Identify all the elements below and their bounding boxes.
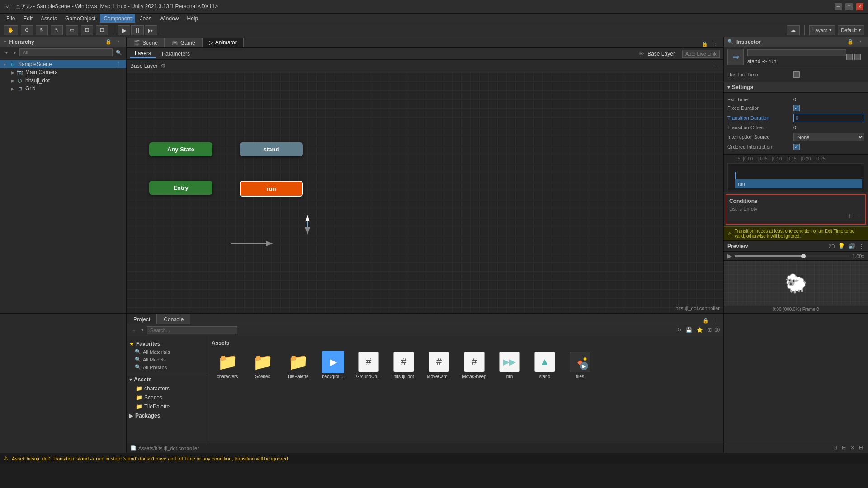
samplescene-more-button[interactable]: ⋮ <box>115 61 123 68</box>
default-dropdown[interactable]: Default ▾ <box>838 25 864 35</box>
asset-stand[interactable]: ▲ stand <box>529 349 561 381</box>
hierarchy-search-input[interactable] <box>19 48 113 56</box>
preview-handle[interactable] <box>801 254 806 258</box>
fixed-duration-checkbox[interactable]: ✓ <box>793 105 800 111</box>
project-arrow-button[interactable]: ▾ <box>140 327 145 333</box>
menu-assets[interactable]: Assets <box>37 14 61 23</box>
tree-assets-characters[interactable]: 📁 characters <box>127 384 208 393</box>
hierarchy-arrow-button[interactable]: ▾ <box>12 49 18 56</box>
animator-more-button[interactable]: ⋮ <box>712 41 720 47</box>
tab-project[interactable]: Project <box>127 314 157 324</box>
maximize-button[interactable]: □ <box>845 3 853 10</box>
toolbar-transform-tool[interactable]: ⊞ <box>81 25 93 35</box>
state-stand[interactable]: stand <box>240 142 303 156</box>
interruption-source-select[interactable]: None <box>793 133 864 141</box>
toolbar-rect-tool[interactable]: ▭ <box>66 25 78 35</box>
hierarchy-search-icon[interactable]: 🔍 <box>114 49 123 56</box>
toolbar-hand-tool[interactable]: ✋ <box>4 25 18 35</box>
inspector-minus-button[interactable]: ─ <box>861 54 864 60</box>
menu-file[interactable]: File <box>3 14 19 23</box>
toolbar-scale-tool[interactable]: ⤡ <box>51 25 63 35</box>
asset-groundch[interactable]: # GroundCh... <box>353 349 384 381</box>
pause-button[interactable]: ⏸ <box>131 25 144 35</box>
hierarchy-lock-button[interactable]: 🔒 <box>104 38 113 45</box>
preview-audio-button[interactable]: 🔊 <box>848 243 856 249</box>
remove-condition-button[interactable]: － <box>855 211 863 221</box>
toolbar-custom-tool[interactable]: ⊟ <box>96 25 108 35</box>
asset-background[interactable]: ▶ backgrou... <box>317 349 349 381</box>
menu-window[interactable]: Window <box>156 14 183 23</box>
menu-help[interactable]: Help <box>184 14 202 23</box>
favorites-header[interactable]: ★ Favorites <box>127 340 208 348</box>
menu-edit[interactable]: Edit <box>19 14 36 23</box>
project-refresh-button[interactable]: ↻ <box>676 327 683 333</box>
inspector-lock-button[interactable]: 🔒 <box>846 38 855 45</box>
preview-more-button[interactable]: ⋮ <box>859 243 864 249</box>
asset-scenes[interactable]: 📁 Scenes <box>247 349 278 381</box>
inspector-check1[interactable] <box>846 54 853 60</box>
asset-hitsuji[interactable]: # hitsuji_dot <box>388 349 420 381</box>
bottom-icon-3[interactable]: ⊠ <box>849 444 856 451</box>
fav-all-prefabs[interactable]: 🔍 All Prefabs <box>127 363 208 371</box>
transition-duration-input[interactable] <box>793 114 864 122</box>
project-save-button[interactable]: 💾 <box>684 327 693 333</box>
toolbar-move-tool[interactable]: ⊕ <box>21 25 33 35</box>
fav-all-models[interactable]: 🔍 All Models <box>127 356 208 363</box>
menu-jobs[interactable]: Jobs <box>136 14 155 23</box>
preview-light-button[interactable]: 💡 <box>838 243 845 249</box>
asset-run[interactable]: ▶▶ run <box>494 349 525 381</box>
animator-parameters-tab[interactable]: Parameters <box>157 50 194 58</box>
tree-packages-root[interactable]: ▶ Packages <box>127 411 208 420</box>
project-more-button[interactable]: ⋮ <box>712 317 720 324</box>
fav-all-materials[interactable]: 🔍 All Materials <box>127 348 208 356</box>
tree-item-samplescene[interactable]: ▾ ⊙ SampleScene ⋮ <box>0 60 126 68</box>
tree-item-grid[interactable]: ▶ ⊞ Grid <box>0 84 126 93</box>
menu-component[interactable]: Component <box>100 14 135 23</box>
layer-add-button[interactable]: ＋ <box>712 62 720 70</box>
bottom-icon-1[interactable]: ⊡ <box>832 444 839 451</box>
minimize-button[interactable]: ─ <box>835 3 842 10</box>
project-lock-button[interactable]: 🔒 <box>701 317 710 324</box>
tab-scene[interactable]: 🎬 Scene <box>127 38 165 47</box>
state-any-state[interactable]: Any State <box>149 142 212 156</box>
toolbar-rotate-tool[interactable]: ↻ <box>36 25 48 35</box>
preview-timeline[interactable] <box>735 255 849 257</box>
asset-movesheep[interactable]: # MoveSheep <box>458 349 490 381</box>
asset-tilepalette[interactable]: 📁 TilePalette <box>282 349 314 381</box>
layer-gear-button[interactable]: ⚙ <box>160 62 166 69</box>
settings-section-header[interactable]: ▾ Settings <box>724 82 868 93</box>
timeline-run-block[interactable]: run <box>735 179 862 188</box>
project-search-input[interactable] <box>147 326 237 334</box>
project-view-button[interactable]: ⊞ <box>706 327 713 333</box>
bottom-icon-2[interactable]: ⊞ <box>840 444 847 451</box>
has-exit-time-checkbox[interactable] <box>793 71 800 78</box>
tab-animator[interactable]: ▷ Animator <box>202 38 244 47</box>
hierarchy-add-button[interactable]: ＋ <box>3 49 10 56</box>
tree-item-hitsuji[interactable]: ▶ ⬡ hitsuji_dot <box>0 76 126 84</box>
tab-game[interactable]: 🎮 Game <box>165 38 202 47</box>
tree-assets-tilepalette[interactable]: 📁 TilePalette <box>127 402 208 411</box>
asset-characters[interactable]: 📁 characters <box>212 349 243 381</box>
tree-assets-scenes[interactable]: 📁 Scenes <box>127 393 208 402</box>
animator-layers-tab[interactable]: Layers <box>130 49 156 58</box>
step-button[interactable]: ⏭ <box>145 25 157 35</box>
asset-tiles[interactable]: ◆ ● ▶ tiles <box>564 349 596 381</box>
tree-item-maincamera[interactable]: ▶ 📷 Main Camera <box>0 68 126 76</box>
preview-play-button[interactable]: ▶ <box>727 253 732 259</box>
animator-lock-button[interactable]: 🔒 <box>700 41 709 47</box>
play-button[interactable]: ▶ <box>118 25 130 35</box>
inspector-more-button[interactable]: ⋮ <box>857 38 864 45</box>
ordered-interruption-checkbox[interactable]: ✓ <box>793 144 800 150</box>
tab-console[interactable]: Console <box>157 314 190 324</box>
project-add-button[interactable]: ＋ <box>130 326 138 334</box>
project-star-button[interactable]: ⭐ <box>695 327 704 333</box>
layers-dropdown[interactable]: Layers ▾ <box>809 25 835 35</box>
asset-movecam[interactable]: # MoveCam... <box>423 349 455 381</box>
state-run[interactable]: run <box>240 181 303 197</box>
state-entry[interactable]: Entry <box>149 181 212 195</box>
auto-live-link-button[interactable]: Auto Live Link <box>682 50 720 58</box>
inspector-check2[interactable] <box>854 54 861 60</box>
menu-gameobject[interactable]: GameObject <box>61 14 99 23</box>
timeline-track-area[interactable]: run <box>727 163 864 190</box>
hierarchy-more-button[interactable]: ⋮ <box>115 38 123 45</box>
